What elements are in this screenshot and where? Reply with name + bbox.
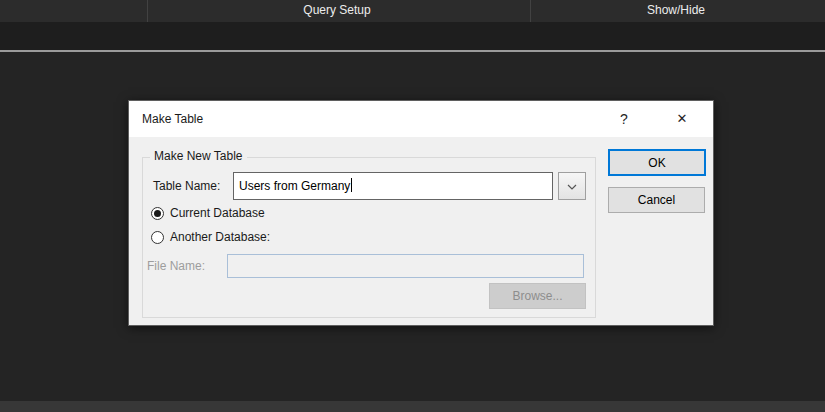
- ribbon-group-strip: Query Setup Show/Hide: [0, 0, 825, 22]
- file-name-input[interactable]: [227, 254, 584, 278]
- status-bar-strip: [0, 401, 825, 412]
- radio-selected-icon: [151, 207, 164, 220]
- radio-current-database-label: Current Database: [170, 206, 265, 220]
- ribbon-group-separator: [530, 0, 531, 22]
- ribbon-group-query-setup: Query Setup: [303, 0, 370, 22]
- make-table-dialog: Make Table ? ✕ Make New Table Table Name…: [128, 100, 714, 326]
- groupbox-title: Make New Table: [150, 149, 247, 163]
- table-name-input[interactable]: Users from Germany: [233, 172, 553, 200]
- radio-current-database[interactable]: Current Database: [151, 206, 265, 220]
- radio-another-database[interactable]: Another Database:: [151, 230, 270, 244]
- table-name-combobox: Users from Germany: [233, 172, 586, 200]
- ribbon-lower-strip: [0, 22, 825, 50]
- table-name-value: Users from Germany: [239, 179, 350, 193]
- radio-another-database-label: Another Database:: [170, 230, 270, 244]
- cancel-button[interactable]: Cancel: [608, 187, 705, 213]
- file-name-label: File Name:: [147, 254, 205, 278]
- text-cursor: [351, 178, 352, 192]
- dialog-title: Make Table: [142, 101, 203, 137]
- dialog-title-bar[interactable]: Make Table ? ✕: [129, 101, 713, 137]
- browse-button[interactable]: Browse...: [489, 283, 586, 309]
- ribbon-group-separator: [147, 0, 148, 22]
- ok-button[interactable]: OK: [608, 149, 706, 176]
- table-name-dropdown-button[interactable]: [558, 172, 586, 200]
- ribbon-bottom-border: [0, 50, 825, 52]
- ribbon-group-show-hide: Show/Hide: [647, 0, 705, 22]
- radio-unselected-icon: [151, 231, 164, 244]
- app-window: Query Setup Show/Hide Make Table ? ✕ Mak…: [0, 0, 825, 412]
- table-name-label: Table Name:: [153, 172, 220, 200]
- close-icon[interactable]: ✕: [667, 101, 697, 137]
- chevron-down-icon: [567, 179, 577, 193]
- help-icon[interactable]: ?: [609, 101, 639, 137]
